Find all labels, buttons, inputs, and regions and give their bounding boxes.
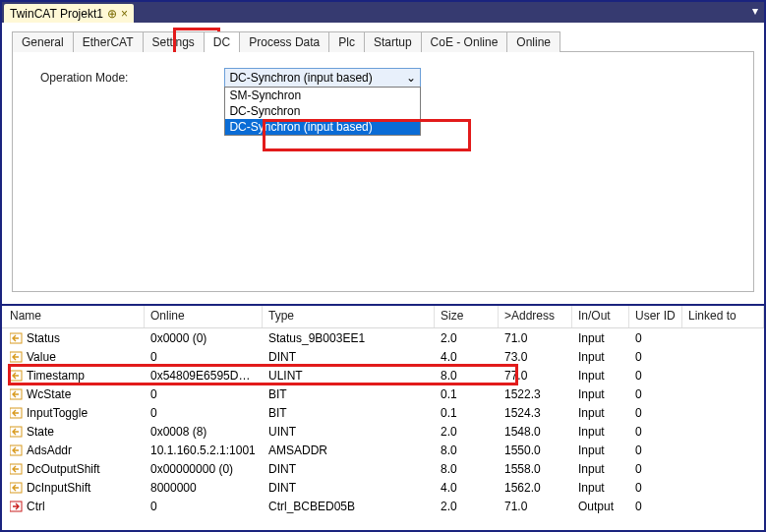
- tab-dc[interactable]: DC: [204, 31, 240, 52]
- operation-mode-label: Operation Mode:: [40, 71, 128, 85]
- var-input-icon: [10, 444, 23, 456]
- var-address: 71.0: [499, 500, 572, 513]
- table-row[interactable]: InputToggle0BIT0.11524.3Input0: [2, 403, 764, 422]
- var-type: DINT: [263, 350, 435, 364]
- tab-ethercat[interactable]: EtherCAT: [73, 31, 144, 52]
- col-header-size[interactable]: Size: [435, 306, 499, 327]
- table-row[interactable]: Timestamp0x54809E6595DDF4F...ULINT8.077.…: [2, 366, 764, 384]
- var-address: 77.0: [499, 369, 572, 383]
- config-pane: GeneralEtherCATSettingsDCProcess DataPlc…: [2, 23, 764, 306]
- var-inout: Output: [572, 500, 629, 513]
- var-online: 0: [145, 406, 263, 420]
- var-type: DINT: [263, 462, 435, 476]
- col-header-name[interactable]: Name: [2, 306, 145, 327]
- var-userid: 0: [629, 443, 682, 457]
- var-name: InputToggle: [27, 406, 88, 420]
- var-address: 1522.3: [499, 387, 572, 401]
- var-size: 2.0: [435, 500, 499, 513]
- var-size: 8.0: [435, 443, 499, 457]
- var-inout: Input: [572, 443, 629, 457]
- document-tab[interactable]: TwinCAT Projekt1 ⊕ ×: [4, 4, 134, 23]
- var-input-icon: [10, 426, 23, 438]
- pin-icon[interactable]: ⊕: [107, 7, 117, 21]
- operation-mode-combo-list[interactable]: SM-SynchronDC-SynchronDC-Synchron (input…: [224, 87, 421, 136]
- var-type: Status_9B003EE1: [263, 331, 435, 345]
- table-row[interactable]: State0x0008 (8)UINT2.01548.0Input0: [2, 422, 764, 441]
- var-type: DINT: [263, 481, 435, 495]
- tab-startup[interactable]: Startup: [364, 31, 422, 52]
- var-address: 1562.0: [499, 481, 572, 495]
- var-online: 0x0000 (0): [145, 331, 263, 345]
- var-online: 0: [145, 350, 263, 364]
- tab-online[interactable]: Online: [506, 31, 560, 52]
- operation-mode-combo-button[interactable]: DC-Synchron (input based) ⌄: [224, 68, 421, 88]
- var-inout: Input: [572, 350, 629, 364]
- var-online: 0x00000000 (0): [145, 462, 263, 476]
- var-input-icon: [10, 370, 23, 382]
- var-input-icon: [10, 351, 23, 363]
- var-type: BIT: [263, 406, 435, 420]
- tab-plc[interactable]: Plc: [328, 31, 365, 52]
- var-address: 73.0: [499, 350, 572, 364]
- tabstrip-overflow-icon[interactable]: ▾: [752, 4, 758, 18]
- var-inout: Input: [572, 369, 629, 383]
- tab-coe-online[interactable]: CoE - Online: [421, 31, 508, 52]
- var-name: DcInputShift: [27, 481, 90, 495]
- tab-settings[interactable]: Settings: [143, 31, 205, 52]
- var-name: State: [27, 425, 54, 439]
- var-output-icon: [10, 501, 23, 512]
- var-input-icon: [10, 332, 23, 344]
- var-address: 1558.0: [499, 462, 572, 476]
- var-input-icon: [10, 482, 23, 494]
- tab-process-data[interactable]: Process Data: [239, 31, 329, 52]
- table-row[interactable]: Value0DINT4.073.0Input0: [2, 347, 764, 366]
- var-userid: 0: [629, 350, 682, 364]
- tab-general[interactable]: General: [12, 31, 74, 52]
- operation-mode-option[interactable]: DC-Synchron: [225, 103, 420, 119]
- col-header-linked[interactable]: Linked to: [682, 306, 764, 327]
- var-inout: Input: [572, 387, 629, 401]
- var-type: AMSADDR: [263, 443, 435, 457]
- close-icon[interactable]: ×: [121, 7, 128, 21]
- var-inout: Input: [572, 406, 629, 420]
- col-header-address[interactable]: >Address: [499, 306, 572, 327]
- var-type: BIT: [263, 387, 435, 401]
- config-tabs: GeneralEtherCATSettingsDCProcess DataPlc…: [12, 31, 754, 52]
- var-name: WcState: [27, 387, 71, 401]
- operation-mode-combo[interactable]: DC-Synchron (input based) ⌄ SM-SynchronD…: [224, 68, 421, 88]
- table-row[interactable]: DcInputShift8000000DINT4.01562.0Input0: [2, 478, 764, 497]
- table-row[interactable]: WcState0BIT0.11522.3Input0: [2, 384, 764, 403]
- var-name: Ctrl: [27, 500, 45, 513]
- var-type: ULINT: [263, 369, 435, 383]
- var-userid: 0: [629, 331, 682, 345]
- table-row[interactable]: Status0x0000 (0)Status_9B003EE12.071.0In…: [2, 328, 764, 347]
- var-size: 8.0: [435, 369, 499, 383]
- var-name: Value: [27, 350, 56, 364]
- var-online: 8000000: [145, 481, 263, 495]
- operation-mode-option[interactable]: SM-Synchron: [225, 88, 420, 103]
- table-row[interactable]: AdsAddr10.1.160.5.2.1:1001AMSADDR8.01550…: [2, 441, 764, 459]
- var-size: 0.1: [435, 406, 499, 420]
- var-input-icon: [10, 463, 23, 475]
- var-address: 1524.3: [499, 406, 572, 420]
- var-size: 2.0: [435, 331, 499, 345]
- table-row[interactable]: Ctrl0Ctrl_BCBED05B2.071.0Output0: [2, 497, 764, 515]
- col-header-online[interactable]: Online: [145, 306, 263, 327]
- var-online: 10.1.160.5.2.1:1001: [145, 443, 263, 457]
- col-header-userid[interactable]: User ID: [629, 306, 682, 327]
- var-userid: 0: [629, 500, 682, 513]
- var-size: 0.1: [435, 387, 499, 401]
- table-row[interactable]: DcOutputShift0x00000000 (0)DINT8.01558.0…: [2, 459, 764, 478]
- var-input-icon: [10, 388, 23, 400]
- chevron-down-icon: ⌄: [406, 71, 416, 85]
- operation-mode-option[interactable]: DC-Synchron (input based): [225, 119, 420, 135]
- col-header-inout[interactable]: In/Out: [572, 306, 629, 327]
- operation-mode-combo-value: DC-Synchron (input based): [229, 71, 372, 85]
- var-inout: Input: [572, 425, 629, 439]
- var-address: 1548.0: [499, 425, 572, 439]
- var-size: 4.0: [435, 350, 499, 364]
- col-header-type[interactable]: Type: [263, 306, 435, 327]
- variable-grid: Name Online Type Size >Address In/Out Us…: [2, 306, 764, 530]
- var-inout: Input: [572, 462, 629, 476]
- var-userid: 0: [629, 387, 682, 401]
